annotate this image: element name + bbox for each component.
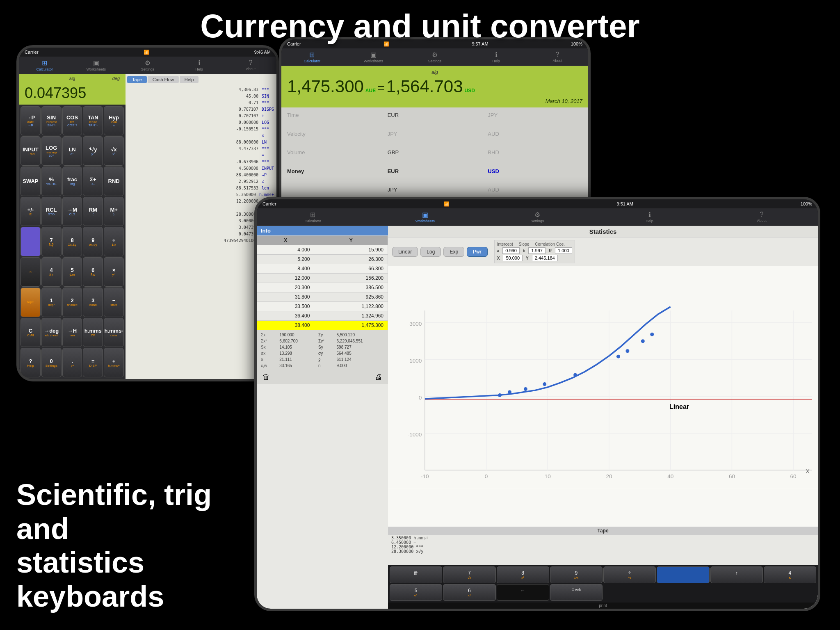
table-row: 12.000156.200 [257, 274, 388, 283]
calc-btn-M[interactable]: M+ ) [104, 197, 124, 226]
nav-calculator-left[interactable]: ⊞ Calculator [19, 58, 71, 72]
nav-about-currency[interactable]: ? About [527, 50, 588, 64]
mini-btn-div[interactable]: ÷% [603, 566, 656, 583]
calc-btn-6[interactable]: 6 x̄w [83, 257, 103, 287]
stats-tab-linear[interactable]: Linear [392, 247, 418, 257]
tape-line: 2.952912∠ [128, 178, 274, 185]
mini-btn-4[interactable]: 4K [764, 566, 816, 583]
tape-tab-tape[interactable]: Tape [127, 76, 147, 83]
calc-btn-[interactable]: Σ+ Σ- [83, 167, 103, 196]
calc-btn-M[interactable]: →M CLΣ [62, 197, 82, 226]
calc-btn-COS[interactable]: COS refi COS⁻¹ [62, 106, 82, 136]
calc-btn-frac[interactable]: frac intg [62, 167, 82, 196]
nav-settings-currency[interactable]: ⚙ Settings [404, 50, 466, 64]
summary-row: Σx190.000Σy5,500.120 [258, 332, 386, 338]
trash-icon[interactable]: 🗑 [262, 373, 270, 381]
slope-label: Slope [519, 242, 530, 247]
currency-item-gbp1[interactable]: GBP [385, 148, 485, 166]
calc-btn-[interactable]: ? Help [21, 348, 41, 377]
mini-btn-trash[interactable]: 🗑 [390, 566, 442, 583]
mini-btn-6[interactable]: 6xⁿ [443, 584, 495, 601]
calc-btn-hmms[interactable]: h.mms- conv [104, 318, 124, 347]
mini-btn-up[interactable]: ↑ [710, 566, 763, 583]
calc-btn-0[interactable]: 0 Settings [41, 348, 62, 377]
stats-tab-exp[interactable]: Exp [443, 247, 464, 257]
nav-help-currency[interactable]: ℹ Help [466, 50, 527, 64]
calc-btn-1[interactable]: 1 depr [41, 288, 62, 317]
help-icon: ℹ [198, 59, 201, 67]
tape-line-stats: 3.350000 h.mms+ [391, 536, 815, 540]
calc-btn-deg[interactable]: →deg wk sheet [41, 318, 62, 347]
nav-settings-stats[interactable]: ⚙ Settings [481, 210, 593, 224]
stats-tab-log[interactable]: Log [420, 247, 441, 257]
mini-btn-8[interactable]: 8x² [497, 566, 549, 583]
calc-btn-LN[interactable]: LN eˣ [62, 136, 82, 166]
stats-info-tab[interactable]: Info [257, 226, 388, 235]
calc-btn-[interactable]: n [21, 257, 41, 287]
calc-btn-y[interactable]: ⁴√y yˣ [83, 136, 103, 166]
calc-btn-hmms[interactable]: h.mms CF [83, 318, 103, 347]
stats-tab-pwr[interactable]: Pwr [467, 247, 488, 257]
calc-btn-[interactable]: × yˣ [104, 257, 124, 287]
calc-btn-C[interactable]: C C All [21, 318, 41, 347]
currency-item-eur[interactable]: EUR [385, 111, 485, 129]
calc-btn-RND[interactable]: RND [104, 167, 124, 196]
help-icon-stats: ℹ [648, 211, 651, 219]
calc-btn-9[interactable]: 9 σx,σy [83, 227, 103, 256]
calc-btn-RM[interactable]: RM ( [83, 197, 103, 226]
nav-help-left[interactable]: ℹ Help [173, 58, 225, 72]
mini-btn-blue[interactable] [657, 566, 709, 583]
calc-btn-INPUT[interactable]: INPUT →rad [21, 136, 41, 166]
nav-worksheets-stats[interactable]: ▣ Worksheets [369, 210, 482, 224]
tape-line: 0.707107DISP6 [128, 106, 274, 113]
calc-btn-[interactable]: +/- E [21, 197, 41, 226]
mini-btn-5[interactable]: 5eˣ [390, 584, 442, 601]
calc-btn-7[interactable]: 7 x̄,ȳ [41, 227, 62, 256]
calc-btn-[interactable]: − stats [104, 288, 124, 317]
calc-btn-[interactable]: ÷ 1/x [104, 227, 124, 256]
calc-btn-TAN[interactable]: TAN lease TAN⁻¹ [83, 106, 103, 136]
x-predict-value[interactable]: 50.000 [503, 255, 523, 261]
nav-help-stats[interactable]: ℹ Help [593, 210, 706, 224]
nav-worksheets-left[interactable]: ▣ Worksheets [71, 58, 122, 72]
nav-calculator-stats[interactable]: ⊞ Calculator [257, 210, 369, 224]
calc-btn-SWAP[interactable]: SWAP [21, 167, 41, 196]
mini-btn-cwrk[interactable]: C wrk [550, 584, 603, 601]
col-header-y: Y [314, 236, 388, 245]
calc-btn-3[interactable]: 3 bond [83, 288, 103, 317]
calc-btn-[interactable]: . -/+ [62, 348, 82, 377]
mini-btn-backspace[interactable]: ← [497, 584, 549, 601]
calc-btn-2[interactable]: 2 finance [62, 288, 82, 317]
calc-btn-RCL[interactable]: RCL STO [41, 197, 62, 226]
mini-btn-7[interactable]: 7√x [443, 566, 495, 583]
print-icon[interactable]: 🖨 [375, 373, 382, 381]
calc-btn-P[interactable]: →P date →R [21, 106, 41, 136]
calc-btn-[interactable]: tape [21, 288, 41, 317]
calc-btn-4[interactable]: 4 x̂,r [41, 257, 62, 287]
mini-btn-9[interactable]: 91/x [550, 566, 603, 583]
calc-btn-[interactable]: + h.mms+ [104, 348, 124, 377]
nav-settings-left[interactable]: ⚙ Settings [122, 58, 173, 72]
nav-worksheets-currency[interactable]: ▣ Worksheets [343, 50, 404, 64]
nav-calculator-currency[interactable]: ⊞ Calculator [281, 50, 343, 64]
calc-btn-[interactable]: = DISP [83, 348, 103, 377]
calc-btn-[interactable]: % %CHG [41, 167, 62, 196]
calc-btn-Hyp[interactable]: Hyp loan n [104, 106, 124, 136]
calc-btn-8[interactable]: 8 Σx,Σy [62, 227, 82, 256]
calc-btn-H[interactable]: →H tvm [62, 318, 82, 347]
currency-item-money[interactable]: Money [285, 167, 384, 185]
tape-tab-help[interactable]: Help [180, 76, 199, 83]
calc-btn-LOG[interactable]: LOG markup 10ˣ [41, 136, 62, 166]
table-row: 33.5001,122.800 [257, 302, 388, 311]
tape-line: × [128, 132, 274, 139]
calc-btn-SIN[interactable]: SIN interest SIN⁻¹ [41, 106, 62, 136]
svg-point-28 [524, 387, 527, 391]
tape-tab-cashflow[interactable]: Cash Flow [148, 76, 179, 83]
calc-btn-x[interactable]: √x x² [104, 136, 124, 166]
nav-about-stats[interactable]: ? About [705, 210, 818, 224]
calc-btn-5[interactable]: 5 ŷ,m [62, 257, 82, 287]
nav-about-left[interactable]: ? About [225, 58, 276, 72]
currency-item-eur2[interactable]: EUR [385, 167, 485, 185]
calc-btn-[interactable] [21, 227, 41, 256]
currency-item-usd[interactable]: USD [485, 167, 585, 185]
